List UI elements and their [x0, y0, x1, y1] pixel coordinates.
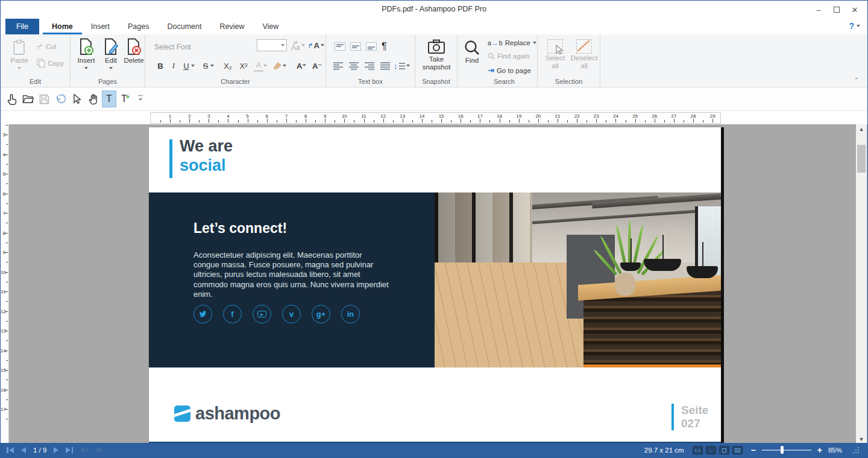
- scrollbar-thumb[interactable]: [857, 145, 866, 173]
- close-button[interactable]: ✕: [846, 2, 864, 17]
- tab-insert[interactable]: Insert: [82, 19, 119, 34]
- zoom-slider[interactable]: [762, 450, 811, 451]
- ruler-tick: [228, 119, 228, 122]
- ruler-tick: [374, 120, 374, 122]
- single-page-button[interactable]: [719, 446, 729, 454]
- ruler-tick: [635, 119, 636, 122]
- take-snapshot-button[interactable]: Take snapshot: [418, 39, 455, 71]
- facebook-icon[interactable]: f: [223, 305, 242, 323]
- valign-bottom-button[interactable]: [366, 39, 377, 54]
- line-spacing-button[interactable]: ↕: [394, 59, 410, 73]
- valign-middle-button[interactable]: [350, 39, 361, 54]
- ruler-tick: [684, 120, 684, 122]
- resize-grip[interactable]: [853, 447, 859, 453]
- tab-pages[interactable]: Pages: [119, 19, 158, 34]
- toolbar-options-button[interactable]: [138, 95, 143, 103]
- ruler-tick: [703, 120, 703, 122]
- ruler-tick: [218, 120, 219, 122]
- ruler-number: 7: [281, 113, 291, 119]
- search-again-icon: [488, 52, 495, 60]
- googleplus-icon[interactable]: g+: [312, 305, 330, 323]
- align-justify-button[interactable]: [380, 59, 390, 73]
- ruler-tick: [296, 120, 297, 122]
- view-mode-buttons: 1:1 ↔: [693, 446, 743, 454]
- undo-icon: [55, 94, 66, 104]
- grow-font-button[interactable]: A⁺: [295, 59, 308, 73]
- replace-icon: a→b: [488, 39, 503, 46]
- bold-button[interactable]: B: [155, 59, 166, 73]
- tab-home[interactable]: Home: [43, 19, 82, 34]
- line-spacing-lines: [399, 63, 405, 69]
- quick-toolbar: T T+: [1, 87, 867, 111]
- ruler-number: 28: [688, 113, 698, 119]
- next-page-button[interactable]: [54, 447, 58, 453]
- vertical-scrollbar[interactable]: ▲ ▼: [856, 124, 867, 444]
- underline-options[interactable]: [191, 59, 195, 73]
- underline-button[interactable]: U: [181, 59, 191, 73]
- pdf-page[interactable]: We are social Let’s connect! Aconsectetu…: [149, 127, 721, 444]
- font-size-combobox[interactable]: [257, 39, 287, 51]
- scroll-up-arrow[interactable]: ▲: [856, 124, 867, 134]
- find-button[interactable]: Find: [460, 39, 484, 65]
- two-page-button[interactable]: [732, 446, 743, 454]
- chevron-down-icon: [84, 67, 88, 71]
- zoom-in-button[interactable]: +: [817, 445, 822, 455]
- tab-view[interactable]: View: [253, 19, 288, 34]
- add-text-button[interactable]: T+: [118, 91, 133, 107]
- font-color-options[interactable]: [263, 59, 267, 73]
- text-orientation-button[interactable]: ↱ A: [308, 38, 324, 52]
- go-to-page-button[interactable]: ⇥ Go to page: [488, 66, 531, 75]
- tab-file[interactable]: File: [5, 19, 39, 34]
- pan-tool-button[interactable]: [86, 91, 100, 107]
- highlight-button[interactable]: [272, 59, 286, 73]
- open-file-button[interactable]: [20, 91, 35, 107]
- subscript-button[interactable]: X₂: [221, 59, 234, 73]
- fit-width-button[interactable]: ↔: [706, 446, 716, 454]
- align-left-button[interactable]: [333, 59, 343, 73]
- select-tool-button[interactable]: [69, 91, 84, 107]
- history-forward-button: [96, 447, 104, 453]
- ruler-tick: [5, 213, 8, 214]
- group-label-search: Search: [458, 78, 537, 85]
- align-center-button[interactable]: [349, 59, 359, 73]
- last-page-button[interactable]: [66, 447, 73, 453]
- vimeo-icon[interactable]: v: [282, 305, 301, 323]
- italic-button[interactable]: I: [169, 59, 178, 73]
- superscript-button[interactable]: X²: [237, 59, 250, 73]
- ruler-tick: [693, 119, 694, 122]
- delete-page-button[interactable]: Delete: [122, 38, 145, 65]
- ruler-tick: [664, 120, 665, 122]
- previous-page-button[interactable]: [21, 447, 26, 453]
- edit-page-button[interactable]: Edit: [101, 38, 121, 71]
- ruler-tick: [5, 174, 8, 174]
- actual-size-button[interactable]: 1:1: [693, 446, 703, 454]
- replace-button[interactable]: a→b Replace: [488, 39, 536, 46]
- tab-document[interactable]: Document: [158, 19, 210, 34]
- ruler-number: 21: [553, 113, 562, 119]
- valign-top-button[interactable]: [335, 39, 345, 54]
- linkedin-icon[interactable]: in: [341, 305, 360, 323]
- first-page-button[interactable]: [7, 447, 14, 453]
- align-center-icon: [349, 62, 359, 70]
- minimize-button[interactable]: –: [810, 2, 828, 17]
- maximize-button[interactable]: [828, 2, 846, 17]
- shrink-font-button[interactable]: A⁻: [310, 59, 324, 73]
- strikethrough-button[interactable]: S: [201, 59, 210, 73]
- insert-page-button[interactable]: Insert: [74, 38, 98, 71]
- touch-mode-button[interactable]: [4, 91, 19, 107]
- accent-bar: [169, 139, 172, 178]
- align-right-button[interactable]: [365, 59, 374, 73]
- help-menu[interactable]: ?: [849, 21, 860, 31]
- pilcrow-button[interactable]: ¶: [382, 39, 387, 54]
- strikethrough-options[interactable]: [210, 59, 214, 73]
- tab-review[interactable]: Review: [210, 19, 253, 34]
- collapse-ribbon-button[interactable]: ⌃: [854, 77, 859, 83]
- zoom-out-button[interactable]: −: [751, 445, 756, 455]
- ruler-tick: [451, 120, 451, 122]
- zoom-slider-handle[interactable]: [781, 446, 784, 454]
- ruler-tick: [6, 419, 8, 419]
- youtube-icon[interactable]: ▶: [253, 305, 271, 323]
- ruler-tick: [5, 351, 8, 351]
- text-select-tool-button[interactable]: T: [102, 91, 116, 107]
- twitter-icon[interactable]: [193, 305, 212, 323]
